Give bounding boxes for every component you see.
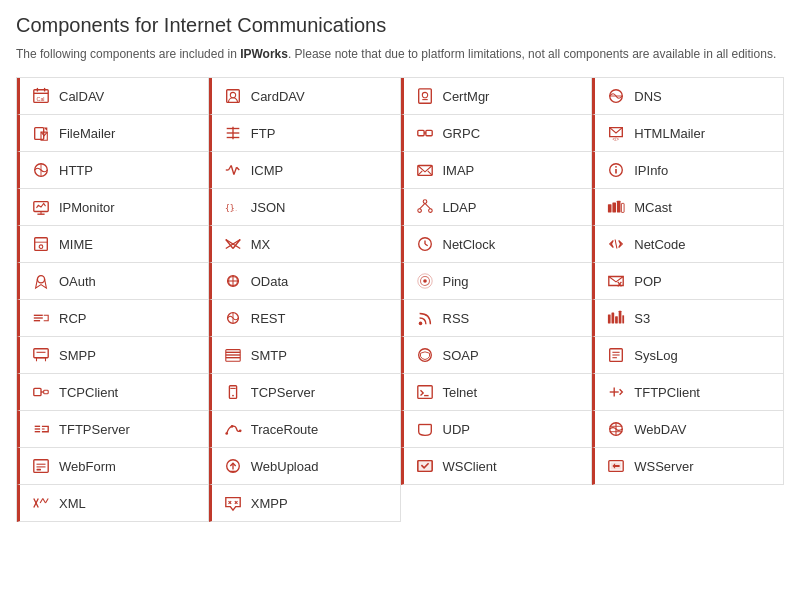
component-item-ftp[interactable]: FTP: [209, 115, 401, 152]
component-label-ipmonitor: IPMonitor: [59, 200, 115, 215]
component-item-wsclient[interactable]: WSClient: [401, 448, 593, 485]
component-label-mx: MX: [251, 237, 271, 252]
component-item-ldap[interactable]: LDAP: [401, 189, 593, 226]
component-item-certmgr[interactable]: CertMgr: [401, 78, 593, 115]
component-label-udp: UDP: [443, 422, 470, 437]
component-item-tcpserver[interactable]: TCPServer: [209, 374, 401, 411]
svg-rect-46: [617, 201, 621, 213]
component-item-tftpserver[interactable]: TFTPServer: [17, 411, 209, 448]
svg-rect-44: [608, 204, 612, 212]
subtitle: The following components are included in…: [16, 45, 784, 63]
component-item-ping[interactable]: Ping: [401, 263, 593, 300]
component-item-syslog[interactable]: SysLog: [592, 337, 784, 374]
svg-point-106: [239, 429, 242, 432]
svg-point-63: [423, 279, 427, 283]
component-item-smpp[interactable]: SMPP: [17, 337, 209, 374]
component-label-tcpserver: TCPServer: [251, 385, 315, 400]
svg-point-59: [37, 276, 44, 283]
component-item-netclock[interactable]: NetClock: [401, 226, 593, 263]
component-item-udp[interactable]: UDP: [401, 411, 593, 448]
component-label-wsclient: WSClient: [443, 459, 497, 474]
component-label-filemailer: FileMailer: [59, 126, 115, 141]
webupload-icon: [222, 455, 244, 477]
mx-icon: [222, 233, 244, 255]
component-item-mime[interactable]: MIME: [17, 226, 209, 263]
component-item-telnet[interactable]: Telnet: [401, 374, 593, 411]
component-item-mx[interactable]: MX: [209, 226, 401, 263]
component-item-s3[interactable]: S3: [592, 300, 784, 337]
component-item-filemailer[interactable]: FileMailer: [17, 115, 209, 152]
component-label-mime: MIME: [59, 237, 93, 252]
component-label-telnet: Telnet: [443, 385, 478, 400]
traceroute-icon: [222, 418, 244, 440]
component-item-grpc[interactable]: GRPC: [401, 115, 593, 152]
svg-rect-79: [34, 349, 48, 358]
component-label-certmgr: CertMgr: [443, 89, 490, 104]
component-item-wsserver[interactable]: WSServer: [592, 448, 784, 485]
component-label-mcast: MCast: [634, 200, 672, 215]
component-label-xmpp: XMPP: [251, 496, 288, 511]
xmpp-icon: [222, 492, 244, 514]
rss-icon: [414, 307, 436, 329]
component-item-rest[interactable]: REST: [209, 300, 401, 337]
grpc-icon: [414, 122, 436, 144]
component-item-caldav[interactable]: CalCalDAV: [17, 78, 209, 115]
component-label-smpp: SMPP: [59, 348, 96, 363]
svg-line-124: [43, 499, 46, 504]
svg-rect-112: [34, 460, 48, 473]
component-item-odata[interactable]: OData: [209, 263, 401, 300]
svg-rect-7: [418, 89, 431, 103]
component-item-webupload[interactable]: WebUpload: [209, 448, 401, 485]
svg-line-25: [231, 166, 234, 175]
component-item-carddav[interactable]: CardDAV: [209, 78, 401, 115]
component-item-webdav[interactable]: WebDAV: [592, 411, 784, 448]
component-label-rss: RSS: [443, 311, 470, 326]
component-item-mcast[interactable]: MCast: [592, 189, 784, 226]
svg-point-104: [225, 432, 228, 435]
svg-rect-115: [37, 469, 42, 471]
component-item-htmlmailer[interactable]: </>HTMLMailer: [592, 115, 784, 152]
caldav-icon: Cal: [30, 85, 52, 107]
component-label-webdav: WebDAV: [634, 422, 686, 437]
component-label-oauth: OAuth: [59, 274, 96, 289]
component-item-ipmonitor[interactable]: IPMonitor: [17, 189, 209, 226]
xml-icon: [30, 492, 52, 514]
s3-icon: [605, 307, 627, 329]
telnet-icon: [414, 381, 436, 403]
component-item-rcp[interactable]: RCP: [17, 300, 209, 337]
svg-line-123: [40, 499, 43, 504]
component-item-imap[interactable]: IMAP: [401, 152, 593, 189]
carddav-icon: [222, 85, 244, 107]
rest-icon: [222, 307, 244, 329]
component-item-ipinfo[interactable]: IPInfo: [592, 152, 784, 189]
component-item-smtp[interactable]: SMTP: [209, 337, 401, 374]
component-item-tftpclient[interactable]: TFTPClient: [592, 374, 784, 411]
component-item-xmpp[interactable]: XMPP: [209, 485, 401, 522]
svg-line-26: [234, 167, 237, 174]
imap-icon: [414, 159, 436, 181]
svg-rect-77: [619, 311, 622, 324]
component-item-rss[interactable]: RSS: [401, 300, 593, 337]
component-label-smtp: SMTP: [251, 348, 287, 363]
component-item-json[interactable]: {}..JSON: [209, 189, 401, 226]
component-label-tftpserver: TFTPServer: [59, 422, 130, 437]
component-label-rest: REST: [251, 311, 286, 326]
component-item-dns[interactable]: DNS: [592, 78, 784, 115]
component-item-netcode[interactable]: NetCode: [592, 226, 784, 263]
htmlmailer-icon: </>: [605, 122, 627, 144]
component-item-http[interactable]: HTTP: [17, 152, 209, 189]
component-item-webform[interactable]: WebForm: [17, 448, 209, 485]
webdav-icon: [605, 418, 627, 440]
component-item-traceroute[interactable]: TraceRoute: [209, 411, 401, 448]
svg-rect-76: [615, 316, 618, 323]
component-item-soap[interactable]: SOAP: [401, 337, 593, 374]
component-item-pop[interactable]: POP: [592, 263, 784, 300]
svg-text:..: ..: [232, 207, 237, 212]
brand-name: IPWorks: [240, 47, 288, 61]
component-item-tcpclient[interactable]: TCPClient: [17, 374, 209, 411]
netclock-icon: [414, 233, 436, 255]
component-item-icmp[interactable]: ICMP: [209, 152, 401, 189]
component-item-oauth[interactable]: OAuth: [17, 263, 209, 300]
svg-rect-45: [613, 203, 617, 213]
component-item-xml[interactable]: XML: [17, 485, 209, 522]
